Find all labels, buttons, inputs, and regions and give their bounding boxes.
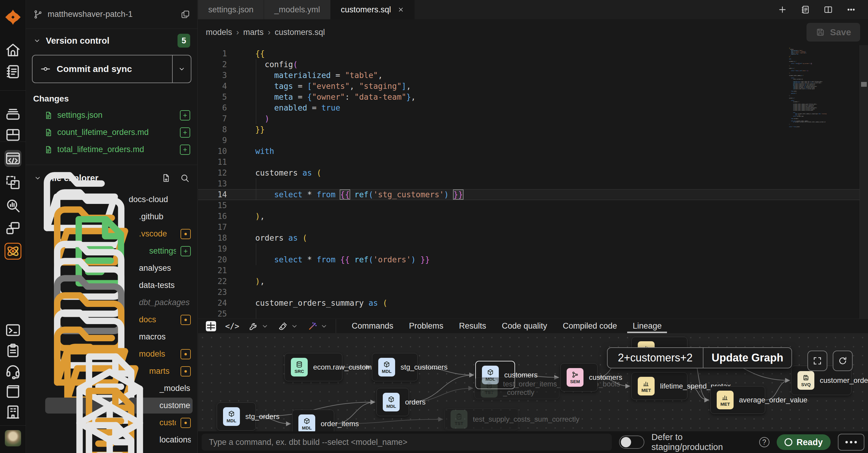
code-line[interactable]: 2 config( (198, 59, 868, 70)
panel-tab-lineage[interactable]: Lineage (625, 319, 670, 333)
stage-file-button[interactable]: + (180, 110, 190, 121)
code-line[interactable]: 10with (198, 146, 868, 157)
breadcrumb-item[interactable]: models (206, 28, 232, 37)
avatar[interactable] (5, 430, 21, 446)
changed-file-row[interactable]: count_lifetime_orders.md + (26, 124, 197, 141)
code-line[interactable]: 13 (198, 178, 868, 189)
code-line[interactable]: 12customers as ( (198, 167, 868, 178)
refresh-graph-button[interactable] (833, 351, 852, 371)
help-icon[interactable]: ? (759, 437, 770, 447)
update-graph-button[interactable]: Update Graph (703, 348, 792, 368)
lineage-canvas[interactable]: SRC ecom.raw_customers MDL stg_customers… (198, 333, 868, 431)
sidebar-rail-search-insights-icon[interactable] (4, 197, 22, 214)
changed-file-row[interactable]: settings.json + (26, 107, 197, 124)
code-line[interactable]: 16), (198, 211, 868, 222)
commit-options-button[interactable] (172, 56, 191, 83)
lineage-node-life[interactable]: MET lifetime_spend_pretax (631, 372, 687, 400)
notebook-icon[interactable] (801, 5, 810, 14)
more-options-button[interactable] (838, 434, 864, 451)
magic-wand-icon[interactable] (307, 321, 328, 331)
code-line[interactable]: 5 meta = {"owner": "data-team"}, (198, 92, 868, 102)
code-line[interactable]: 20 select * from {{ ref('orders') }} (198, 254, 868, 265)
command-input[interactable]: Type a command, ex. dbt build --select <… (202, 434, 612, 451)
code-editor[interactable]: 1{{2 config(3 materialized = "table",4 t… (198, 45, 868, 319)
lineage-node-stgc[interactable]: MDL stg_customers (372, 353, 418, 381)
code-line[interactable]: 11 (198, 157, 868, 167)
code-line[interactable]: 9 (198, 135, 868, 146)
lineage-node-sem[interactable]: SEM customers (560, 363, 598, 392)
minimap[interactable]: {{ config( materialized = "table", tags … (789, 47, 859, 313)
sidebar-rail-duplicate-icon[interactable] (4, 174, 22, 191)
code-line[interactable]: 22), (198, 276, 868, 287)
split-editor-icon[interactable] (824, 5, 833, 14)
stage-file-button[interactable]: + (180, 127, 190, 138)
sidebar-rail-dashboard-icon[interactable] (4, 127, 22, 143)
code-line[interactable]: 1{{ (198, 48, 868, 59)
command-placeholder: Type a command, ex. dbt build --select <… (209, 438, 407, 447)
editor-scrollbar[interactable] (860, 45, 868, 319)
panel-tab-code-quality[interactable]: Code quality (494, 319, 555, 333)
code-line[interactable]: 21 (198, 265, 868, 276)
save-button[interactable]: Save (807, 23, 860, 41)
code-line[interactable]: 18orders as ( (198, 232, 868, 244)
code-line[interactable]: 8}} (198, 124, 868, 135)
sidebar-rail-code-editor-icon[interactable] (4, 150, 22, 167)
sidebar-rail-inbox-icon[interactable] (4, 105, 22, 122)
commit-and-sync-button[interactable]: Commit and sync (32, 55, 191, 83)
editor-tab-settings.json[interactable]: settings.json (198, 0, 264, 19)
code-line[interactable]: 6 enabled = true (198, 102, 868, 113)
defer-toggle[interactable] (619, 435, 644, 449)
code-line[interactable]: 3 materialized = "table", (198, 70, 868, 81)
editor-tab-_models.yml[interactable]: _models.yml (264, 0, 331, 19)
code-line[interactable]: 25 (198, 309, 868, 319)
sidebar-rail-home-icon[interactable] (4, 41, 22, 58)
more-actions-icon[interactable] (846, 5, 856, 14)
sidebar-rail-docs-book-icon[interactable] (4, 383, 22, 400)
lineage-node-orders[interactable]: MDL orders (376, 388, 409, 416)
breadcrumb-item[interactable]: customers.sql (275, 28, 325, 37)
sidebar-rail-windows-icon[interactable] (4, 220, 22, 237)
lineage-selector-input[interactable]: 2+customers+2 (608, 348, 703, 368)
status-badge[interactable]: Ready (777, 434, 831, 450)
lineage-node-tst1[interactable]: TST test_order_items_compute_to_bools _c… (474, 378, 559, 399)
new-tab-icon[interactable] (778, 5, 787, 14)
wrench-icon[interactable] (248, 321, 269, 331)
code-line[interactable]: 15 (198, 200, 868, 211)
sidebar-rail-atom-icon[interactable] (4, 243, 22, 260)
code-line[interactable]: 14 select * from {{ ref('stg_customers')… (198, 189, 868, 200)
sidebar-rail-clipboard-icon[interactable] (4, 342, 22, 359)
lineage-node-tst2[interactable]: TST test_supply_costs_sum_correctly (444, 409, 518, 430)
sidebar-rail-notebook-icon[interactable] (4, 63, 22, 80)
stage-file-button[interactable]: + (180, 144, 190, 155)
branch-row[interactable]: matthewshaver-patch-1 (26, 0, 197, 29)
lineage-node-ecom[interactable]: SRC ecom.raw_customers (284, 353, 342, 381)
code-line[interactable]: 17 (198, 222, 868, 232)
editor-tab-customers.sql[interactable]: customers.sql (331, 0, 415, 19)
code-line[interactable]: 23 (198, 287, 868, 298)
code-line[interactable]: 24customer_orders_summary as ( (198, 298, 868, 309)
lineage-node-oitems[interactable]: MDL order_items (292, 410, 334, 431)
broom-icon[interactable] (278, 321, 299, 331)
panel-tab-results[interactable]: Results (451, 319, 494, 333)
panel-tab-commands[interactable]: Commands (344, 319, 401, 333)
new-file-icon[interactable] (161, 173, 171, 183)
breadcrumb-item[interactable]: marts (243, 28, 264, 37)
search-icon[interactable] (180, 173, 190, 183)
lineage-node-stgo[interactable]: MDL stg_orders (217, 402, 256, 431)
code-line[interactable]: 19 (198, 244, 868, 254)
fullscreen-button[interactable] (807, 351, 827, 371)
code-tag-icon[interactable]: </> (225, 322, 239, 331)
sidebar-rail-organization-icon[interactable] (4, 403, 22, 420)
copy-icon[interactable] (181, 10, 190, 19)
code-line[interactable]: 4 tags = ["events", "staging"], (198, 81, 868, 92)
lineage-node-avg[interactable]: MET average_order_value (710, 386, 765, 414)
panel-tab-compiled-code[interactable]: Compiled code (555, 319, 625, 333)
table-icon[interactable] (206, 321, 216, 331)
close-icon[interactable] (398, 6, 404, 13)
version-control-header[interactable]: Version control 5 (26, 29, 197, 53)
sidebar-rail-terminal-icon[interactable] (4, 322, 22, 338)
sidebar-rail-headset-icon[interactable] (4, 363, 22, 380)
panel-tab-problems[interactable]: Problems (401, 319, 451, 333)
tree-item-locations.yml[interactable]: locations.yml (26, 449, 197, 453)
code-line[interactable]: 7 ) (198, 113, 868, 124)
